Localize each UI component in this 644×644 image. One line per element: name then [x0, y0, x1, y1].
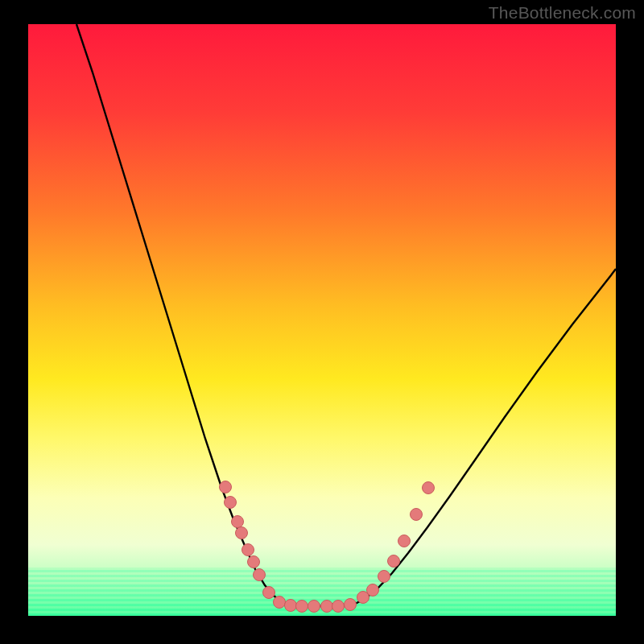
- curve-dot: [321, 601, 333, 613]
- outer-frame: TheBottleneck.com: [0, 0, 644, 644]
- curve-dot: [274, 597, 286, 609]
- watermark-text: TheBottleneck.com: [489, 3, 636, 23]
- curve-dot: [242, 544, 254, 556]
- bottleneck-curve: [76, 24, 616, 606]
- curve-svg: [28, 24, 616, 616]
- curve-dot: [411, 509, 423, 521]
- curve-dot: [236, 527, 248, 539]
- curve-dot: [345, 599, 357, 611]
- plot-area: [28, 24, 616, 616]
- curve-dot: [254, 569, 266, 581]
- curve-dot: [332, 601, 345, 613]
- curve-dot: [285, 600, 297, 612]
- curve-dot: [248, 556, 260, 568]
- curve-dots-group: [220, 481, 435, 613]
- curve-dot: [398, 535, 411, 547]
- curve-dot: [296, 601, 308, 613]
- curve-dot: [263, 587, 275, 599]
- curve-dot: [220, 481, 232, 493]
- curve-dot: [388, 555, 400, 568]
- curve-dot: [367, 584, 379, 597]
- curve-dot: [225, 497, 237, 509]
- curve-dot: [378, 571, 390, 583]
- curve-dot: [232, 516, 244, 528]
- curve-dot: [423, 482, 435, 494]
- curve-dot: [308, 601, 320, 613]
